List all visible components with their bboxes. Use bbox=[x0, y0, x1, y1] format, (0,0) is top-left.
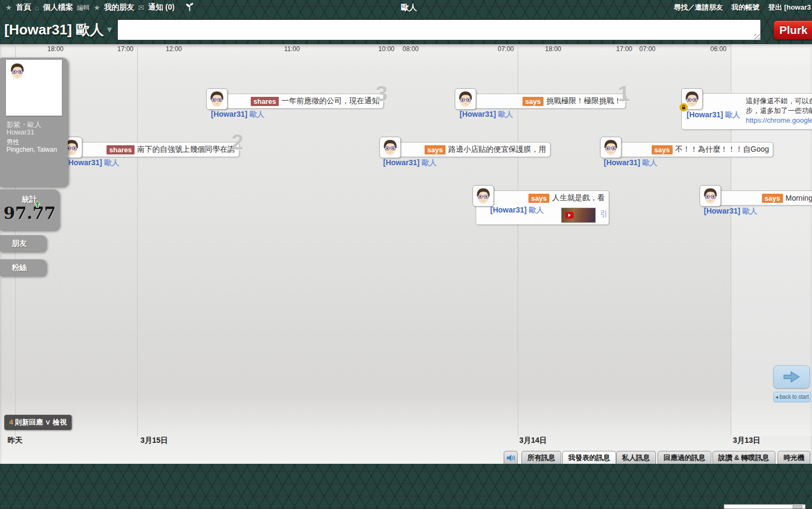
karma-box: 統計 97.77 bbox=[0, 189, 59, 230]
plurk-text: 引 bbox=[600, 209, 608, 219]
plurk-username[interactable]: [Howar31] 歐人 bbox=[66, 158, 119, 168]
time-label: 12:00 bbox=[166, 45, 182, 53]
bottom-toolbar-partial bbox=[724, 504, 806, 509]
user-avatar[interactable] bbox=[379, 137, 401, 158]
time-label: 07:00 bbox=[498, 45, 514, 53]
qualifier-badge: shares bbox=[107, 145, 135, 154]
star-icon: ★ bbox=[5, 4, 12, 11]
response-count: 3 bbox=[376, 83, 387, 104]
plurk-text: 路邊小店貼的便宜保護膜，用 bbox=[448, 145, 546, 154]
plurk-username[interactable]: [Howar31] 歐人 bbox=[383, 158, 437, 168]
qualifier-badge: says bbox=[762, 194, 783, 203]
time-label: 17:00 bbox=[616, 45, 632, 53]
chevron-down-icon[interactable]: ▼ bbox=[105, 25, 114, 34]
day-label: 3月14日 bbox=[519, 436, 547, 446]
new-responses-view: 檢視 bbox=[53, 418, 67, 426]
star-icon: ★ bbox=[94, 4, 101, 11]
home-icon: ⌂ bbox=[35, 4, 39, 11]
arrow-right-icon bbox=[782, 370, 801, 384]
plurk-bubble[interactable]: shares 南下的自強號上幾個同學在講 bbox=[77, 142, 239, 157]
nav-find-invite-friends[interactable]: 尋找／邀請朋友 bbox=[674, 3, 723, 12]
new-responses-badge[interactable]: 4 則新回應 ∨ 檢視 bbox=[4, 415, 72, 430]
qualifier-badge: says bbox=[652, 145, 673, 154]
plurk-text: 步，還多加了一些功能 bbox=[746, 106, 810, 116]
time-label: 18:00 bbox=[545, 45, 561, 53]
plurk-submit-button[interactable]: Plurk bbox=[773, 20, 812, 40]
avatar-image bbox=[474, 186, 493, 206]
chevron-down-icon: ∨ bbox=[45, 418, 51, 426]
time-label: 17:00 bbox=[117, 45, 133, 53]
profile-username: Howar31 bbox=[6, 128, 34, 136]
avatar-image bbox=[8, 61, 27, 81]
time-label: 18:00 bbox=[47, 45, 63, 53]
nav-home[interactable]: 首頁 bbox=[16, 3, 31, 12]
qualifier-badge: says bbox=[528, 194, 549, 203]
avatar-image bbox=[380, 138, 400, 157]
profile-location: Pingchen, Taiwan bbox=[6, 146, 57, 153]
top-nav: ★ 首頁 ⌂ 個人檔案 編輯 ★ 我的朋友 ✉ 通知 (0) 歐人 尋找／邀請朋… bbox=[0, 0, 812, 15]
plurk-username[interactable]: [Howar31] 歐人 bbox=[604, 158, 658, 168]
tab-private-plurks[interactable]: 私人訊息 bbox=[616, 451, 656, 464]
response-count: 1 bbox=[618, 83, 630, 104]
time-label: 07:00 bbox=[639, 45, 655, 53]
plurk-text: Morning, t bbox=[786, 194, 812, 202]
profile-card: 影紫・歐人 Howar31 男性 Pingchen, Taiwan bbox=[0, 58, 68, 187]
back-to-start-button[interactable]: ◂ back to start bbox=[773, 392, 811, 402]
plurk-text: 不！！為什麼！！！自Goog bbox=[675, 145, 769, 154]
jump-to-newest-button[interactable] bbox=[773, 365, 810, 388]
sound-toggle-button[interactable] bbox=[504, 451, 518, 464]
avatar-image bbox=[207, 89, 227, 109]
plurk-username[interactable]: [Howar31] 歐人 bbox=[211, 110, 265, 119]
plurk-username[interactable]: [Howar31] 歐人 bbox=[687, 110, 740, 120]
plurk-bubble[interactable]: shares 一年前應徵的公司，現在通知 bbox=[222, 94, 384, 109]
plurk-bubble[interactable]: says 不！！為什麼！！！自Goog bbox=[616, 142, 773, 157]
bottom-toolbar-button[interactable] bbox=[793, 505, 802, 508]
tab-liked-replurked[interactable]: 說讚 & 轉噗訊息 bbox=[712, 451, 775, 464]
resize-handle[interactable] bbox=[754, 34, 760, 39]
user-avatar[interactable] bbox=[455, 88, 476, 110]
composer-user-label[interactable]: [Howar31] 歐人 bbox=[4, 20, 104, 39]
plurk-bubble[interactable]: says 路邊小店貼的便宜保護膜，用 bbox=[396, 142, 550, 157]
user-avatar[interactable] bbox=[600, 137, 622, 158]
qualifier-badge: says bbox=[522, 97, 543, 106]
nav-profile[interactable]: 個人檔案 bbox=[43, 3, 73, 12]
plurk-username[interactable]: [Howar31] 歐人 bbox=[490, 206, 544, 215]
plurk-username[interactable]: [Howar31] 歐人 bbox=[460, 110, 513, 119]
user-avatar[interactable] bbox=[681, 88, 703, 110]
plurk-link[interactable]: https://chrome.google bbox=[746, 116, 810, 125]
new-responses-label: 則新回應 bbox=[15, 418, 43, 426]
tab-responded-plurks[interactable]: 回應過的訊息 bbox=[658, 451, 711, 464]
user-avatar[interactable] bbox=[472, 185, 494, 207]
plurk-username[interactable]: [Howar31] 歐人 bbox=[704, 207, 758, 216]
profile-avatar[interactable] bbox=[6, 60, 62, 116]
plurk-text: 南下的自強號上幾個同學在講 bbox=[137, 145, 235, 154]
time-label: 08:00 bbox=[403, 45, 419, 53]
friends-button[interactable]: 朋友 bbox=[0, 235, 46, 252]
user-avatar[interactable] bbox=[206, 88, 228, 110]
avatar-image bbox=[701, 186, 720, 206]
user-avatar[interactable] bbox=[700, 185, 721, 207]
nav-notifications[interactable]: 通知 (0) bbox=[148, 3, 174, 12]
header: ★ 首頁 ⌂ 個人檔案 編輯 ★ 我的朋友 ✉ 通知 (0) 歐人 尋找／邀請朋… bbox=[0, 0, 812, 44]
time-label: 11:00 bbox=[284, 45, 300, 53]
karma-up-icon bbox=[34, 200, 40, 207]
tab-all-plurks[interactable]: 所有訊息 bbox=[521, 451, 561, 464]
nav-my-friends[interactable]: 我的朋友 bbox=[104, 3, 135, 12]
tab-my-plurks[interactable]: 我發表的訊息 bbox=[562, 451, 616, 464]
plurk-mascot-icon bbox=[186, 2, 194, 13]
qualifier-badge: says bbox=[425, 145, 446, 154]
plurk-text: 挑戰極限！極限挑戰！ bbox=[546, 96, 622, 106]
tab-time-machine[interactable]: 時光機 bbox=[778, 451, 810, 464]
plurk-bubble[interactable]: says Morning, t bbox=[716, 190, 812, 206]
page-title: 歐人 bbox=[401, 3, 417, 13]
nav-logout[interactable]: 登出 [howar3 bbox=[768, 3, 811, 12]
nav-my-account[interactable]: 我的帳號 bbox=[732, 3, 760, 12]
plurk-app: ★ 首頁 ⌂ 個人檔案 編輯 ★ 我的朋友 ✉ 通知 (0) 歐人 尋找／邀請朋… bbox=[0, 0, 812, 509]
youtube-thumbnail[interactable] bbox=[561, 208, 596, 223]
timeline-canvas[interactable]: 18:00 17:00 12:00 11:00 10:00 08:00 07:0… bbox=[0, 44, 812, 464]
avatar-image bbox=[601, 138, 620, 157]
plurk-input[interactable] bbox=[117, 19, 761, 40]
plurk-bubble[interactable]: says 挑戰極限！極限挑戰！ bbox=[471, 94, 626, 109]
fans-button[interactable]: 粉絲 bbox=[0, 259, 46, 276]
nav-profile-edit[interactable]: 編輯 bbox=[77, 3, 90, 12]
